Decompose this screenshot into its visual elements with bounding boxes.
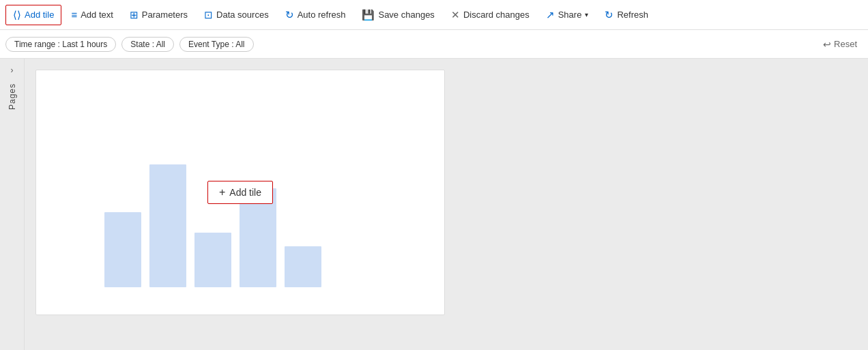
time-range-label: Time range : Last 1 hours <box>14 40 107 49</box>
add-text-icon: ≡ <box>71 9 77 20</box>
right-empty-area <box>457 59 868 350</box>
reset-label: Reset <box>834 39 857 49</box>
share-chevron-icon: ▾ <box>585 11 588 18</box>
add-text-button[interactable]: ≡ Add text <box>64 5 119 24</box>
refresh-button[interactable]: ↻ Refresh <box>598 5 655 25</box>
add-text-label: Add text <box>81 10 113 20</box>
sidebar-pages[interactable]: › Pages <box>0 59 25 350</box>
add-tile-label: Add tile <box>25 10 54 20</box>
parameters-icon: ⊞ <box>130 9 139 21</box>
save-changes-label: Save changes <box>378 10 434 20</box>
plus-icon: + <box>219 186 225 199</box>
event-type-filter[interactable]: Event Type : All <box>179 37 254 52</box>
reset-icon: ↩ <box>823 39 831 50</box>
main-area: › Pages + Add tile <box>0 59 868 350</box>
save-changes-button[interactable]: 💾 Save changes <box>355 5 441 25</box>
chart-bar-3 <box>194 233 231 287</box>
discard-icon: ✕ <box>451 9 460 21</box>
data-sources-icon: ⊡ <box>204 9 213 21</box>
parameters-label: Parameters <box>142 10 188 20</box>
sidebar-arrow-icon: › <box>11 65 14 75</box>
add-tile-center-label: Add tile <box>229 187 261 198</box>
chart-bar-1 <box>104 212 141 287</box>
sidebar-pages-label: Pages <box>8 83 17 110</box>
toolbar: ⟨⟩ Add tile ≡ Add text ⊞ Parameters ⊡ Da… <box>0 0 868 30</box>
dashboard-card: + Add tile <box>35 70 445 315</box>
add-tile-button[interactable]: ⟨⟩ Add tile <box>5 5 61 25</box>
refresh-label: Refresh <box>617 10 648 20</box>
time-range-filter[interactable]: Time range : Last 1 hours <box>5 37 116 52</box>
discard-changes-button[interactable]: ✕ Discard changes <box>444 5 536 25</box>
state-filter[interactable]: State : All <box>121 37 174 52</box>
share-label: Share <box>558 10 582 20</box>
auto-refresh-label: Auto refresh <box>298 10 346 20</box>
add-tile-icon: ⟨⟩ <box>13 9 21 21</box>
chart-bar-5 <box>285 246 321 287</box>
data-sources-label: Data sources <box>216 10 269 20</box>
share-button[interactable]: ↗ Share ▾ <box>539 5 596 25</box>
filter-bar: Time range : Last 1 hours State : All Ev… <box>0 30 868 59</box>
share-icon: ↗ <box>546 9 555 21</box>
chart-bar-2 <box>149 164 186 287</box>
reset-button[interactable]: ↩ Reset <box>818 36 863 53</box>
parameters-button[interactable]: ⊞ Parameters <box>123 5 194 25</box>
add-tile-center-button[interactable]: + Add tile <box>207 181 273 204</box>
refresh-icon: ↻ <box>605 9 613 21</box>
state-label: State : All <box>130 40 165 49</box>
canvas-area: + Add tile <box>25 59 457 350</box>
save-icon: 💾 <box>362 9 375 21</box>
discard-changes-label: Discard changes <box>463 10 530 20</box>
auto-refresh-icon: ↻ <box>285 9 294 21</box>
data-sources-button[interactable]: ⊡ Data sources <box>197 5 276 25</box>
auto-refresh-button[interactable]: ↻ Auto refresh <box>278 5 353 25</box>
event-type-label: Event Type : All <box>188 40 245 49</box>
